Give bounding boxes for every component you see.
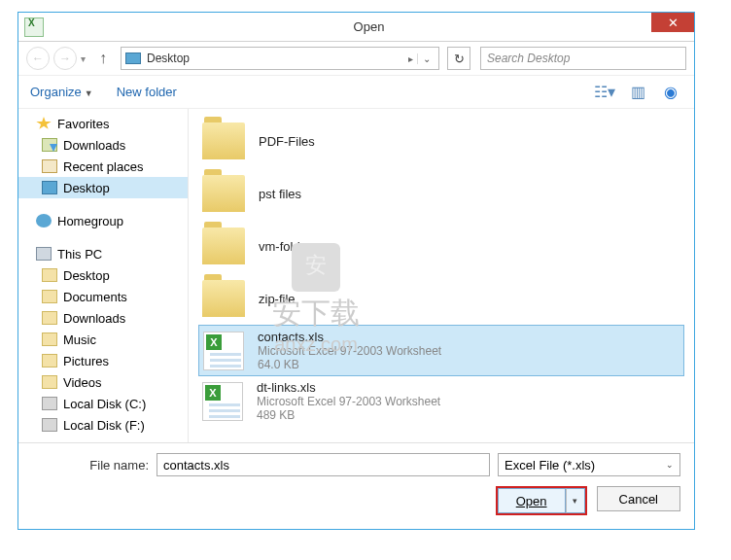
open-dialog: Open ✕ ← → ▾ ↑ Desktop ▸ ⌄ ↻ Search Desk… [17, 12, 695, 530]
desktop-icon [42, 181, 57, 194]
titlebar: Open ✕ [18, 13, 694, 42]
view-options-button[interactable]: ☷▾ [593, 83, 616, 102]
folder-icon [42, 311, 57, 325]
folder-item[interactable]: pst files [198, 167, 684, 220]
chevron-right-icon: ▸ [404, 53, 417, 64]
location-icon [125, 52, 141, 64]
open-button[interactable]: Open [498, 488, 566, 513]
sidebar-item-documents[interactable]: Documents [18, 286, 188, 307]
folder-icon [202, 122, 245, 159]
open-button-highlight: Open ▾ [496, 486, 587, 515]
disk-icon [42, 418, 57, 432]
sidebar-item-pc-desktop[interactable]: Desktop [18, 264, 188, 286]
folder-icon [202, 175, 245, 212]
folder-icon [42, 375, 57, 389]
sidebar-item-music[interactable]: Music [18, 329, 188, 350]
file-item[interactable]: dt-links.xlsMicrosoft Excel 97-2003 Work… [198, 376, 684, 426]
open-dropdown[interactable]: ▾ [566, 488, 585, 513]
excel-icon [203, 332, 244, 370]
recent-icon [42, 159, 57, 173]
app-icon [24, 18, 44, 37]
sidebar-item-desktop[interactable]: Desktop [18, 177, 188, 198]
excel-icon [202, 382, 243, 421]
folder-icon [202, 280, 245, 317]
refresh-button[interactable]: ↻ [447, 47, 470, 70]
star-icon [36, 117, 52, 130]
folder-icon [202, 228, 245, 264]
filename-input[interactable] [157, 453, 490, 476]
file-item[interactable]: contacts.xlsMicrosoft Excel 97-2003 Work… [198, 325, 684, 376]
file-type-filter[interactable]: Excel File (*.xls)⌄ [498, 453, 680, 476]
location-text: Desktop [147, 52, 404, 65]
pc-icon [36, 247, 52, 261]
folder-item[interactable]: zip-file [198, 272, 684, 325]
sidebar-favorites[interactable]: Favorites [18, 113, 188, 134]
folder-icon [42, 332, 57, 346]
address-bar[interactable]: Desktop ▸ ⌄ [121, 47, 439, 70]
sidebar-item-disk-f[interactable]: Local Disk (F:) [18, 414, 188, 436]
cancel-button[interactable]: Cancel [597, 486, 680, 511]
address-dropdown[interactable]: ⌄ [417, 53, 435, 64]
preview-pane-button[interactable]: ▥ [626, 83, 649, 102]
help-button[interactable]: ◉ [659, 83, 682, 102]
new-folder-button[interactable]: New folder [117, 85, 177, 99]
folder-icon [42, 268, 57, 282]
folder-icon [42, 290, 57, 303]
folder-icon [42, 354, 57, 368]
filename-label: File name: [32, 458, 149, 472]
downloads-icon [42, 138, 57, 152]
sidebar-item-pictures[interactable]: Pictures [18, 350, 188, 371]
sidebar-item-recent[interactable]: Recent places [18, 156, 188, 177]
forward-button[interactable]: → [53, 47, 77, 70]
file-list: PDF-Files pst files vm-folder zip-file c… [189, 109, 694, 442]
back-button[interactable]: ← [26, 47, 50, 70]
sidebar-item-videos[interactable]: Videos [18, 371, 188, 393]
sidebar-homegroup[interactable]: Homegroup [18, 210, 188, 231]
disk-icon [42, 397, 57, 410]
sidebar: Favorites Downloads Recent places Deskto… [18, 109, 189, 442]
folder-item[interactable]: vm-folder [198, 220, 684, 272]
homegroup-icon [36, 214, 52, 228]
sidebar-thispc[interactable]: This PC [18, 243, 188, 264]
footer: File name: Excel File (*.xls)⌄ Open ▾ Ca… [18, 442, 694, 529]
sidebar-item-disk-c[interactable]: Local Disk (C:) [18, 393, 188, 414]
folder-item[interactable]: PDF-Files [198, 115, 684, 167]
organize-menu[interactable]: Organize▼ [30, 85, 93, 99]
search-input[interactable]: Search Desktop [480, 47, 686, 70]
sidebar-item-downloads[interactable]: Downloads [18, 134, 188, 156]
toolbar: Organize▼ New folder ☷▾ ▥ ◉ [18, 75, 694, 108]
nav-bar: ← → ▾ ↑ Desktop ▸ ⌄ ↻ Search Desktop [18, 42, 694, 75]
sidebar-item-pc-downloads[interactable]: Downloads [18, 307, 188, 329]
up-button[interactable]: ↑ [93, 47, 113, 70]
window-title: Open [44, 19, 694, 34]
close-button[interactable]: ✕ [651, 13, 694, 32]
